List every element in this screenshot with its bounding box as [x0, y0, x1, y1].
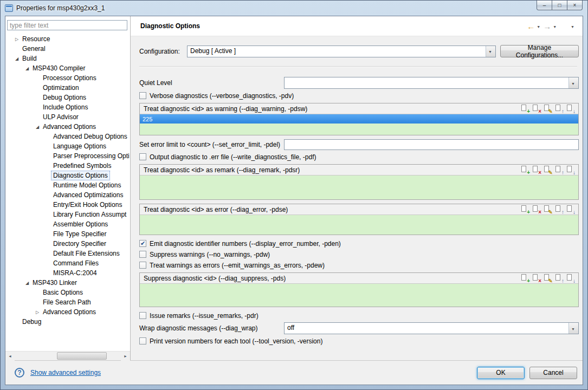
manage-configurations-button[interactable]: Manage Configurations... [500, 45, 579, 57]
tree-item-advanced-options-linker[interactable]: ▷Advanced Options [5, 307, 130, 317]
output-err-checkbox[interactable] [139, 153, 146, 160]
remove-item-icon[interactable]: × [532, 274, 541, 282]
move-down-icon[interactable]: ↓ [566, 105, 576, 113]
diag-remark-list[interactable] [140, 176, 578, 199]
tree-horizontal-scrollbar[interactable]: ◄ ► [5, 351, 130, 360]
dropdown-arrow-icon: ▼ [568, 323, 578, 334]
window-icon [5, 4, 13, 12]
scroll-left-icon[interactable]: ◄ [5, 352, 15, 361]
tree-item-advanced-optimizations[interactable]: Advanced Optimizations [5, 190, 130, 200]
move-down-icon[interactable]: ↓ [566, 274, 576, 282]
tree-item-advanced-options[interactable]: ◢Advanced Options [5, 122, 130, 132]
tree-item-ulp-advisor[interactable]: ULP Advisor [5, 112, 130, 122]
back-icon[interactable]: ← [526, 21, 536, 31]
quiet-level-dropdown[interactable]: ▼ [284, 77, 579, 89]
tree-item-assembler-options[interactable]: Assembler Options [5, 219, 130, 229]
tree-item-default-file-extensions[interactable]: Default File Extensions [5, 249, 130, 258]
tree-item-file-search-path[interactable]: File Search Path [5, 297, 130, 307]
tree-item-build[interactable]: ◢Build [5, 54, 130, 63]
configuration-dropdown[interactable]: Debug [ Active ] ▼ [187, 46, 496, 57]
tree-expander-icon[interactable]: ▷ [13, 37, 21, 42]
add-item-icon[interactable]: + [520, 205, 530, 213]
tree-expander-icon[interactable]: ◢ [23, 281, 31, 285]
dialog-body: ▷Resource General ◢Build ◢MSP430 Compile… [5, 16, 583, 385]
add-item-icon[interactable]: + [520, 105, 530, 113]
scrollbar-thumb[interactable] [57, 352, 107, 360]
properties-window: Properties for msp430g2xx3_1 – □ × ▷Reso… [0, 0, 588, 390]
tree-item-basic-options[interactable]: Basic Options [5, 288, 130, 297]
tree-item-entry-exit-hook-options[interactable]: Entry/Exit Hook Options [5, 200, 130, 210]
suppress-warnings-checkbox[interactable] [139, 251, 146, 258]
tree-item-file-type-specifier[interactable]: File Type Specifier [5, 229, 130, 239]
tree-item-predefined-symbols[interactable]: Predefined Symbols [5, 161, 130, 171]
maximize-button[interactable]: □ [552, 1, 567, 10]
diag-error-list[interactable] [140, 215, 578, 235]
tree-item-msp430-linker[interactable]: ◢MSP430 Linker [5, 278, 130, 288]
edit-item-icon[interactable]: ✎ [543, 105, 553, 113]
remove-item-icon[interactable]: × [532, 105, 541, 113]
error-limit-input[interactable] [284, 139, 579, 150]
verbose-diagnostics-checkbox[interactable] [139, 92, 146, 99]
scroll-right-icon[interactable]: ► [121, 352, 130, 361]
move-up-icon[interactable]: ↑ [554, 105, 564, 113]
edit-item-icon[interactable]: ✎ [543, 274, 553, 282]
tree-expander-icon[interactable]: ◢ [23, 66, 31, 71]
edit-item-icon[interactable]: ✎ [543, 166, 553, 174]
list-item[interactable]: 225 [140, 114, 578, 123]
tree-item-msp430-compiler[interactable]: ◢MSP430 Compiler [5, 63, 130, 73]
back-history-caret-icon[interactable]: ▼ [537, 25, 540, 29]
print-version-checkbox[interactable] [139, 337, 146, 344]
diag-suppress-group: Suppress diagnostic <id> (--diag_suppres… [139, 272, 579, 307]
view-menu-caret-icon[interactable]: ▼ [571, 25, 574, 29]
forward-history-caret-icon[interactable]: ▼ [553, 25, 557, 29]
diag-remark-toolbar: + × ✎ ↑ ↓ [519, 166, 576, 174]
close-button[interactable]: × [567, 1, 583, 10]
move-down-icon[interactable]: ↓ [566, 205, 576, 213]
tree-item-parser-preprocessing-options[interactable]: Parser Preprocessing Opti [5, 151, 130, 161]
filter-input[interactable] [7, 20, 127, 30]
tree-item-diagnostic-options[interactable]: Diagnostic Options [5, 171, 130, 180]
move-down-icon[interactable]: ↓ [566, 166, 576, 174]
tree-item-debug[interactable]: Debug [5, 317, 130, 327]
tree-item-directory-specifier[interactable]: Directory Specifier [5, 239, 130, 249]
tree-item-language-options[interactable]: Language Options [5, 141, 130, 151]
remove-item-icon[interactable]: × [532, 166, 541, 174]
minimize-button[interactable]: – [537, 1, 552, 10]
wrap-messages-dropdown[interactable]: off ▼ [284, 322, 579, 334]
dialog-footer: ? Show advanced settings OK Cancel [5, 360, 583, 385]
tree-expander-icon[interactable]: ◢ [13, 56, 21, 61]
tree-expander-icon[interactable]: ▷ [34, 310, 41, 315]
warnings-as-errors-checkbox[interactable] [139, 262, 146, 269]
tree-item-processor-options[interactable]: Processor Options [5, 73, 130, 83]
help-icon[interactable]: ? [15, 368, 24, 378]
tree-item-debug-options[interactable]: Debug Options [5, 93, 130, 102]
edit-item-icon[interactable]: ✎ [543, 205, 553, 213]
tree-item-optimization[interactable]: Optimization [5, 83, 130, 93]
cancel-button[interactable]: Cancel [529, 367, 577, 379]
move-up-icon[interactable]: ↑ [554, 274, 564, 282]
emit-ids-checkbox[interactable]: ✔ [139, 240, 146, 247]
tree-item-command-files[interactable]: Command Files [5, 258, 130, 268]
tree-item-runtime-model-options[interactable]: Runtime Model Options [5, 180, 130, 190]
diag-remark-title: Treat diagnostic <id> as remark (--diag_… [144, 166, 519, 174]
tree-item-include-options[interactable]: Include Options [5, 102, 130, 112]
remove-item-icon[interactable]: × [532, 205, 541, 213]
show-advanced-settings-link[interactable]: Show advanced settings [30, 369, 101, 376]
diag-warning-list[interactable]: 225 [140, 114, 578, 135]
issue-remarks-checkbox[interactable] [139, 312, 146, 319]
tree-item-library-function-assumptions[interactable]: Library Function Assumpt [5, 210, 130, 219]
tree-item-general[interactable]: General [5, 44, 130, 54]
quiet-level-label: Quiet Level [139, 79, 284, 87]
tree-expander-icon[interactable]: ◢ [34, 125, 41, 129]
error-limit-row: Set error limit to <count> (--set_error_… [139, 139, 579, 150]
tree-item-resource[interactable]: ▷Resource [5, 34, 130, 44]
add-item-icon[interactable]: + [520, 274, 530, 282]
tree-item-misra-c-2004[interactable]: MISRA-C:2004 [5, 268, 130, 278]
tree-item-advanced-debug-options[interactable]: Advanced Debug Options [5, 132, 130, 141]
move-up-icon[interactable]: ↑ [554, 205, 564, 213]
add-item-icon[interactable]: + [520, 166, 530, 174]
forward-icon[interactable]: → [542, 21, 552, 31]
move-up-icon[interactable]: ↑ [554, 166, 564, 174]
diag-suppress-list[interactable] [140, 284, 578, 307]
ok-button[interactable]: OK [477, 367, 525, 379]
